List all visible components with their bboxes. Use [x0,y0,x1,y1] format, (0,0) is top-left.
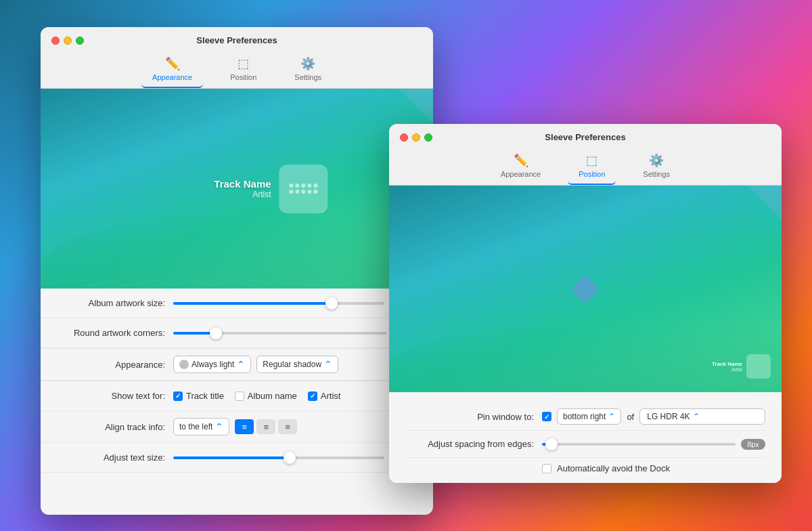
align-buttons: ≡ ≡ ≡ [235,419,297,434]
spacing-controls: 8px [542,439,765,450]
window-title-position: Sleeve Preferences [545,132,625,142]
tab-settings[interactable]: ⚙️ Settings [284,52,332,88]
round-corners-slider[interactable] [173,332,387,335]
preview-track-name: Track Name [214,178,271,190]
of-text: of [627,412,634,422]
artist-checkbox-item[interactable]: ✓ Artist [308,391,341,401]
appearance-select-value: Always light [191,360,234,369]
align-label: Align track info: [57,422,165,432]
show-text-label: Show text for: [57,391,165,401]
appearance-select[interactable]: Always light ⌃ [173,356,251,373]
position-icon: ⬚ [238,56,249,71]
paintbrush-icon-position: ✏️ [514,153,528,168]
maximize-button-position[interactable] [424,133,432,142]
position-settings: Pin window to: ✓ bottom right ⌃ of LG HD… [389,392,782,483]
mini-widget: Track Name Artist [712,354,771,379]
preview-text: Track Name Artist [214,178,271,199]
track-title-label: Track title [186,391,224,401]
monitor-select[interactable]: LG HDR 4K ⌃ [639,408,765,425]
mini-album-art [746,354,771,379]
tab-settings-position[interactable]: ⚙️ Settings [632,149,681,185]
traffic-lights-position [400,133,432,142]
round-corners-label: Round artwork corners: [57,328,165,338]
toolbar-appearance: ✏️ Appearance ⬚ Position ⚙️ Settings [141,52,332,88]
track-title-checkbox[interactable]: ✓ [173,391,183,401]
titlebar-appearance: Sleeve Preferences ✏️ Appearance ⬚ Posit… [41,27,433,89]
monitor-value: LG HDR 4K [647,412,690,421]
align-select-arrow: ⌃ [215,421,223,432]
show-text-row: Show text for: ✓ Track title Album name … [41,381,433,411]
spacing-row: Adjust spacing from edges: 8px [405,431,765,458]
toolbar-position: ✏️ Appearance ⬚ Position ⚙️ Settings [490,149,681,185]
avoid-dock-label: Automatically avoid the Dock [557,463,670,473]
pin-controls: ✓ bottom right ⌃ of LG HDR 4K ⌃ [542,408,765,425]
artwork-size-row: Album artwork size: 96px [41,289,433,318]
preview-area-appearance: Track Name Artist [41,89,433,289]
gear-icon-position: ⚙️ [649,153,664,168]
artwork-size-label: Album artwork size: [57,298,165,308]
align-select[interactable]: to the left ⌃ [173,418,229,436]
spacing-value: 8px [741,439,765,450]
pin-window-label: Pin window to: [405,412,534,422]
preview-album-art [279,165,328,213]
maximize-button[interactable] [76,37,84,45]
appearance-row: Appearance: Always light ⌃ Regular shado… [41,349,433,381]
album-name-label: Album name [248,391,297,401]
spacing-label: Adjust spacing from edges: [405,439,534,449]
preview-area-position: Track Name Artist [389,186,782,392]
shadow-select-arrow: ⌃ [324,359,332,370]
tab-position-active[interactable]: ⬚ Position [568,149,616,185]
pin-checkbox[interactable]: ✓ [542,412,551,421]
align-controls: to the left ⌃ ≡ ≡ ≡ [173,418,297,436]
shadow-select-value: Regular shadow [263,360,321,369]
album-art-dots [290,184,318,194]
mini-text: Track Name Artist [712,361,742,372]
align-center-button[interactable]: ≡ [256,419,275,434]
artwork-size-slider-container: 96px [173,298,417,309]
text-size-slider[interactable] [173,456,384,459]
window-title-appearance: Sleeve Preferences [196,35,277,45]
spacing-slider[interactable] [542,443,736,446]
appearance-selects: Always light ⌃ Regular shadow ⌃ [173,356,338,373]
tab-appearance[interactable]: ✏️ Appearance [141,52,203,88]
close-button[interactable] [51,37,60,45]
traffic-lights [51,37,84,45]
artist-label: Artist [321,391,341,401]
align-right-button[interactable]: ≡ [278,419,297,434]
appearance-label: Appearance: [57,360,165,370]
track-title-checkbox-item[interactable]: ✓ Track title [173,391,224,401]
minimize-button-position[interactable] [412,133,420,142]
mini-track-name: Track Name [712,361,742,367]
album-name-checkbox[interactable] [235,391,244,401]
tab-position[interactable]: ⬚ Position [219,52,267,88]
mini-artist: Artist [712,367,742,372]
minimize-button[interactable] [64,37,72,45]
close-button-position[interactable] [400,133,408,142]
titlebar-position: Sleeve Preferences ✏️ Appearance ⬚ Posit… [389,124,782,186]
checkbox-row: ✓ Track title Album name ✓ Artist [173,391,340,401]
tab-appearance-position[interactable]: ✏️ Appearance [490,149,551,185]
gear-icon: ⚙️ [300,56,315,71]
text-size-slider-container: 14px [173,452,417,463]
round-corners-slider-container: 7px [173,328,417,339]
pin-window-row: Pin window to: ✓ bottom right ⌃ of LG HD… [405,403,765,431]
appearance-select-arrow: ⌃ [237,359,245,370]
pin-value-select[interactable]: bottom right ⌃ [557,408,621,425]
avoid-dock-checkbox[interactable] [542,464,551,473]
album-name-checkbox-item[interactable]: Album name [235,391,297,401]
moon-icon [179,360,189,369]
track-title-check-icon: ✓ [175,392,181,400]
position-icon-active: ⬚ [586,153,597,168]
align-row: Align track info: to the left ⌃ ≡ ≡ ≡ [41,411,433,443]
text-size-row: Adjust text size: 14px [41,443,433,473]
preview-widget: Track Name Artist [214,165,328,213]
pin-value: bottom right [563,412,606,421]
align-left-button[interactable]: ≡ [235,419,254,434]
artwork-size-slider[interactable] [173,302,384,305]
pin-check-icon: ✓ [544,413,549,421]
artist-checkbox[interactable]: ✓ [308,391,317,401]
paintbrush-icon: ✏️ [165,56,180,71]
shadow-select[interactable]: Regular shadow ⌃ [256,356,338,373]
appearance-window: Sleeve Preferences ✏️ Appearance ⬚ Posit… [41,27,433,515]
text-size-label: Adjust text size: [57,452,165,463]
